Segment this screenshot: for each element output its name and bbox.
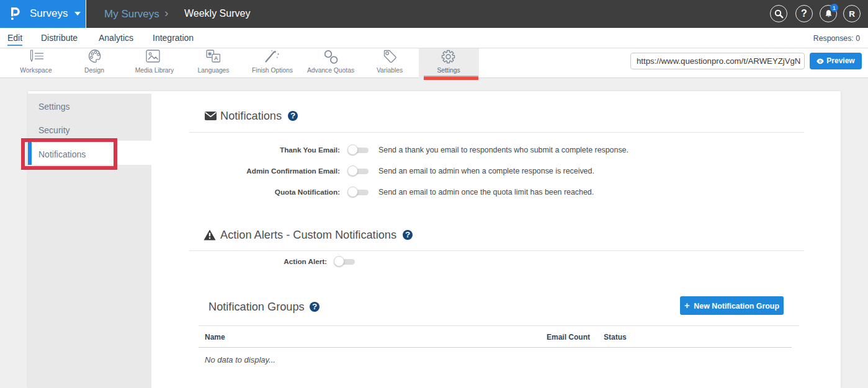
svg-text:✱: ✱ — [207, 51, 212, 57]
svg-text:A: A — [214, 55, 218, 61]
